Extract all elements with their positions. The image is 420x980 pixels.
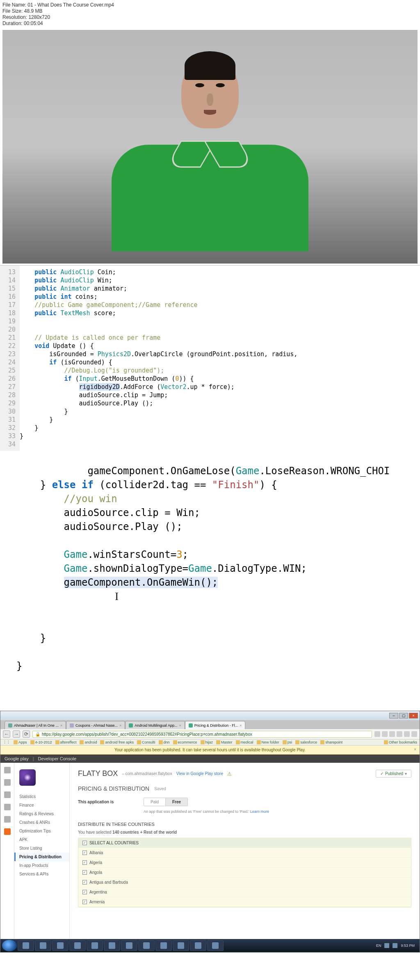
start-button[interactable] [2, 940, 17, 951]
country-row[interactable]: ✓Argentina [78, 887, 411, 897]
country-row[interactable]: ✓Antigua and Barbuda [78, 878, 411, 887]
minimize-button[interactable]: – [389, 713, 398, 719]
menu-icon[interactable] [411, 731, 417, 737]
back-button[interactable]: ← [3, 730, 10, 738]
bookmark-item[interactable]: psi [283, 740, 292, 744]
maximize-button[interactable]: ▢ [399, 713, 408, 719]
taskbar-app[interactable] [155, 940, 172, 951]
rail-selected-icon[interactable] [4, 828, 11, 835]
taskbar-app[interactable] [207, 940, 224, 951]
tab-close-icon[interactable]: × [179, 723, 181, 728]
sidebar-item[interactable]: Optimization Tips [14, 827, 69, 835]
learn-more-link[interactable]: Learn more [250, 809, 269, 814]
clock[interactable]: 9:53 PM [401, 944, 415, 948]
filesize-label: File Size: [2, 8, 23, 14]
bookmark-item[interactable]: sharepoint [320, 740, 342, 744]
view-in-store-link[interactable]: View in Google Play store [176, 771, 223, 776]
lang-indicator[interactable]: EN [376, 944, 381, 948]
bookmark-item[interactable]: ecommerce [173, 740, 197, 744]
taskbar-app[interactable] [104, 940, 120, 951]
published-button[interactable]: ✓ Published ▾ [376, 770, 411, 778]
checkbox-icon[interactable]: ✓ [82, 850, 87, 855]
bookmark-item[interactable]: Master [216, 740, 233, 744]
browser-tab[interactable]: Pricing & Distribution - Fl...× [185, 721, 246, 729]
sidebar-item[interactable]: Store Listing [14, 844, 69, 853]
checkbox-icon[interactable]: ✓ [82, 870, 87, 875]
bookmark-item[interactable]: android free apks [100, 740, 134, 744]
checkbox-icon[interactable]: ✓ [82, 900, 87, 904]
ext-icon[interactable] [374, 731, 380, 737]
reload-button[interactable]: ⟳ [23, 730, 30, 738]
taskbar-app[interactable] [138, 940, 155, 951]
taskbar-app[interactable] [87, 940, 103, 951]
country-row[interactable]: ✓Armenia [78, 897, 411, 907]
volume-icon[interactable] [393, 943, 397, 948]
select-all-row[interactable]: ✓ SELECT ALL COUNTRIES [78, 838, 411, 848]
bookmark-item[interactable]: salesforce [295, 740, 317, 744]
sidebar-item[interactable]: Ratings & Reviews [14, 809, 69, 818]
forward-button[interactable]: → [13, 730, 20, 738]
published-label: Published [385, 771, 403, 776]
bookmark-item[interactable]: medical [236, 740, 253, 744]
sidebar-item[interactable]: Pricing & Distribution [14, 853, 69, 861]
tab-close-icon[interactable]: × [119, 723, 121, 728]
code-editor-2[interactable]: gameComponent.OnGameLose(Game.LoseReason… [0, 455, 420, 706]
ext-icon[interactable] [389, 731, 395, 737]
close-button[interactable]: × [409, 713, 418, 719]
tab-close-icon[interactable]: × [60, 723, 62, 728]
ext-icon[interactable] [404, 731, 410, 737]
bookmark-item[interactable]: Consulti [137, 740, 155, 744]
apps-icon[interactable]: ⋮⋮ [3, 740, 10, 744]
bookmark-item[interactable]: aftereffect [55, 740, 77, 744]
pricing-toggle[interactable]: Paid Free [144, 798, 188, 806]
section-heading: PRICING & DISTRIBUTION [78, 785, 149, 792]
rail-settings-icon[interactable] [4, 804, 11, 810]
taskbar-app[interactable] [190, 940, 206, 951]
notice-close-icon[interactable]: × [414, 747, 416, 752]
browser-tab[interactable]: Android Multilingual App...× [125, 721, 185, 729]
taskbar-app[interactable] [121, 940, 137, 951]
sidebar-item[interactable]: Statistics [14, 792, 69, 801]
browser-tab[interactable]: Coupons - Ahmad Nase...× [66, 721, 125, 729]
rail-reports-icon[interactable] [4, 791, 11, 798]
free-option[interactable]: Free [166, 798, 188, 806]
taskbar-app[interactable] [18, 940, 34, 951]
country-row[interactable]: ✓Albania [78, 848, 411, 858]
rail-alerts-icon[interactable] [4, 816, 11, 823]
sidebar-item[interactable]: Finance [14, 801, 69, 809]
taskbar-app[interactable] [35, 940, 51, 951]
sidebar-item[interactable]: Crashes & ANRs [14, 818, 69, 827]
bookmark-item[interactable]: dnn [159, 740, 170, 744]
sidebar-item[interactable]: APK [14, 835, 69, 844]
browser-tab[interactable]: AhmadNaser | All In One ...× [5, 721, 66, 729]
text-cursor-icon: I [115, 589, 420, 603]
sidebar-item[interactable]: In-app Products [14, 861, 69, 870]
bookmark-item[interactable]: New folder [257, 740, 279, 744]
tab-close-icon[interactable]: × [240, 723, 242, 728]
bookmark-item[interactable]: 4-10-2012 [30, 740, 52, 744]
bookmark-item[interactable]: android [80, 740, 97, 744]
ext-icon[interactable] [382, 731, 388, 737]
country-row[interactable]: ✓Angola [78, 868, 411, 878]
paid-option[interactable]: Paid [144, 798, 166, 806]
checkbox-icon[interactable]: ✓ [82, 841, 87, 845]
ext-icon[interactable] [397, 731, 402, 737]
taskbar-app[interactable] [69, 940, 86, 951]
taskbar-app[interactable] [173, 940, 189, 951]
tray-icon[interactable] [384, 943, 389, 948]
checkbox-icon[interactable]: ✓ [82, 880, 87, 885]
bookmark-item[interactable]: hijaz [201, 740, 213, 744]
other-bookmarks[interactable]: Other bookmarks [384, 740, 417, 744]
folder-icon [283, 740, 287, 744]
rail-android-icon[interactable] [4, 767, 11, 773]
bookmark-item[interactable]: Apps [14, 740, 27, 744]
taskbar-app[interactable] [52, 940, 68, 951]
country-row[interactable]: ✓Algeria [78, 858, 411, 868]
url-field[interactable]: 🔒 https://play.google.com/apps/publish/?… [32, 731, 372, 738]
video-thumbnail [2, 30, 418, 264]
checkbox-icon[interactable]: ✓ [82, 890, 87, 894]
code-body[interactable]: public AudioClip Coin; public AudioClip … [20, 266, 301, 451]
sidebar-item[interactable]: Services & APIs [14, 870, 69, 878]
checkbox-icon[interactable]: ✓ [82, 860, 87, 865]
rail-game-icon[interactable] [4, 779, 11, 786]
